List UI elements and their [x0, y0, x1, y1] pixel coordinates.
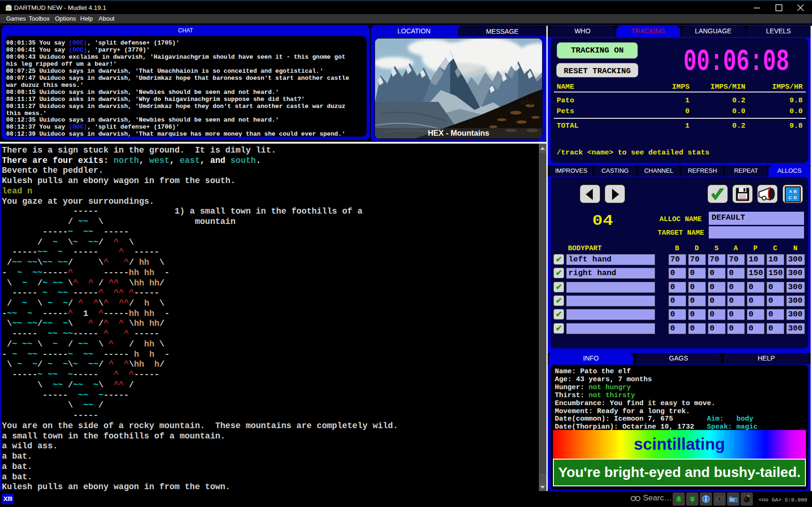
svg-text:B: B	[794, 189, 797, 194]
svg-text:C: C	[789, 195, 792, 200]
svg-text:D: D	[794, 195, 797, 200]
svg-text:A: A	[789, 189, 792, 194]
